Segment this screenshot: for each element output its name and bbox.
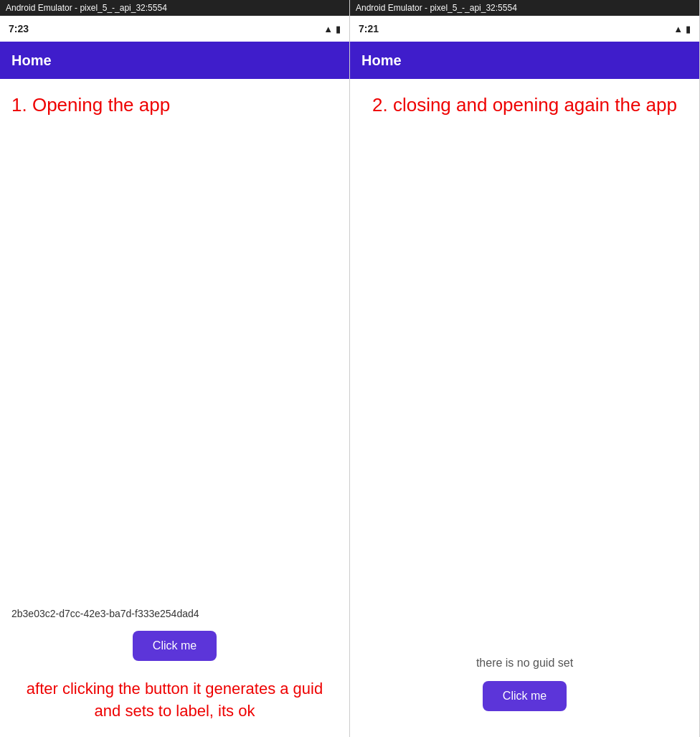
right-step-label: 2. closing and opening again the app [372, 93, 677, 118]
right-device: Android Emulator - pixel_5_-_api_32:5554… [350, 0, 700, 737]
battery-icon-right: ▮ [686, 24, 691, 34]
left-app-bar-title: Home [11, 52, 52, 69]
left-device: Android Emulator - pixel_5_-_api_32:5554… [0, 0, 350, 737]
right-click-me-button[interactable]: Click me [483, 681, 567, 711]
left-title-bar: Android Emulator - pixel_5_-_api_32:5554 [0, 0, 349, 16]
right-time: 7:21 [359, 23, 379, 34]
right-app-bar: Home [350, 42, 699, 79]
guid-value: 2b3e03c2-d7cc-42e3-ba7d-f333e254dad4 [11, 393, 199, 619]
signal-icon-right: ▲ [673, 24, 683, 34]
left-step-label: 1. Opening the app [11, 93, 170, 118]
left-click-me-button[interactable]: Click me [133, 631, 217, 661]
signal-icon: ▲ [323, 24, 333, 34]
right-status-bar: 7:21 ▲ ▮ [350, 16, 699, 42]
left-time: 7:23 [9, 23, 29, 34]
no-guid-text: there is no guid set [361, 441, 688, 670]
right-app-bar-title: Home [361, 52, 402, 69]
left-status-icons: ▲ ▮ [323, 24, 341, 34]
left-annotation: after clicking the button it generates a… [11, 678, 338, 723]
left-screen-content: 1. Opening the app 2b3e03c2-d7cc-42e3-ba… [0, 79, 349, 737]
right-title-bar: Android Emulator - pixel_5_-_api_32:5554 [350, 0, 699, 16]
right-screen-content: 2. closing and opening again the app the… [350, 79, 699, 737]
battery-icon: ▮ [336, 24, 341, 34]
left-title-bar-text: Android Emulator - pixel_5_-_api_32:5554 [6, 3, 167, 13]
left-app-bar: Home [0, 42, 349, 79]
left-status-bar: 7:23 ▲ ▮ [0, 16, 349, 42]
right-status-icons: ▲ ▮ [673, 24, 691, 34]
right-title-bar-text: Android Emulator - pixel_5_-_api_32:5554 [356, 3, 517, 13]
